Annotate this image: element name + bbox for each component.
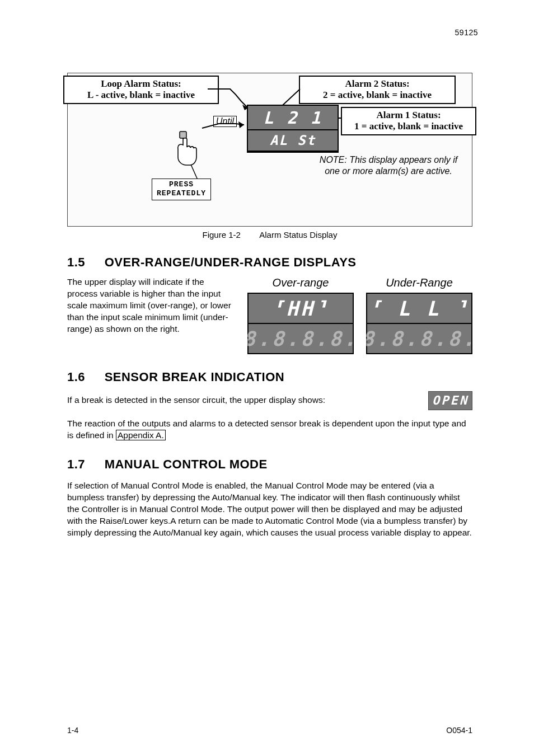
callout-loop-alarm-sub: L - active, blank = inactive <box>69 90 213 101</box>
callout-alarm2: Alarm 2 Status: 2 = active, blank = inac… <box>299 76 456 104</box>
over-range-dim: 8.8.8.8. <box>243 327 358 350</box>
figure-note: NOTE: This display appears only if one o… <box>318 154 458 177</box>
callout-alarm1: Alarm 1 Status: 1 = active, blank = inac… <box>341 107 476 135</box>
figure-number: Figure 1-2 <box>203 230 241 240</box>
figure-caption: Figure 1-2 Alarm Status Display <box>67 230 472 240</box>
section-1-7-num: 1.7 <box>67 457 101 472</box>
over-range-seg: ⸢HH⸣ <box>272 297 330 320</box>
svg-rect-4 <box>180 132 186 138</box>
section-1-7-title: MANUAL CONTROL MODE <box>105 457 268 471</box>
under-range-label: Under-Range <box>366 276 472 289</box>
over-range-label: Over-range <box>247 276 354 289</box>
section-1-6-heading: 1.6 SENSOR BREAK INDICATION <box>67 370 472 384</box>
section-1-5-content: The upper display will indicate if the p… <box>67 276 472 354</box>
appendix-a-link[interactable]: Appendix A. <box>116 430 166 440</box>
lcd-top-row: L 2 1 <box>248 106 338 130</box>
section-1-6-line1-row: If a break is detected in the sensor cir… <box>67 391 472 410</box>
section-1-6-num: 1.6 <box>67 370 101 384</box>
callout-alarm2-title: Alarm 2 Status: <box>345 78 409 89</box>
press-line1: PRESS <box>157 180 206 189</box>
press-repeatedly-label: PRESS REPEATEDLY <box>152 179 211 200</box>
lcd-bottom-value: AL St <box>270 133 316 148</box>
connector-loop <box>208 89 252 111</box>
section-1-6-line1: If a break is detected in the sensor cir… <box>67 395 325 406</box>
footer-page-number: 1-4 <box>67 726 78 735</box>
section-1-7-body: If selection of Manual Control Mode is e… <box>67 480 472 539</box>
over-range-column: Over-range ⸢HH⸣ 8.8.8.8. <box>247 276 354 354</box>
section-1-5-heading: 1.5 OVER-RANGE/UNDER-RANGE DISPLAYS <box>67 255 472 270</box>
connector-hand <box>202 128 247 179</box>
figure-1-2: Loop Alarm Status: L - active, blank = i… <box>67 73 472 227</box>
section-1-6-title: SENSOR BREAK INDICATION <box>105 370 285 384</box>
press-line2: REPEATEDLY <box>157 189 206 198</box>
alarm-status-display: L 2 1 AL St <box>247 105 339 153</box>
section-1-7-heading: 1.7 MANUAL CONTROL MODE <box>67 457 472 472</box>
under-range-display: ⸢ L L ⸣ 8.8.8.8. <box>366 293 472 354</box>
callout-loop-alarm-title: Loop Alarm Status: <box>101 78 181 89</box>
under-range-dim: 8.8.8.8. <box>362 327 476 350</box>
lcd-top-value: L 2 1 <box>263 108 322 128</box>
footer-doc-code: O054-1 <box>446 726 472 735</box>
callout-loop-alarm: Loop Alarm Status: L - active, blank = i… <box>63 76 219 104</box>
page: 59125 Loop Alarm Status: L - active, bla… <box>0 0 534 756</box>
under-range-seg: ⸢ L L ⸣ <box>369 297 470 320</box>
section-1-5-title: OVER-RANGE/UNDER-RANGE DISPLAYS <box>105 255 357 269</box>
callout-alarm1-sub: 1 = active, blank = inactive <box>346 121 471 132</box>
section-1-6-line2: The reaction of the outputs and alarms t… <box>67 418 472 442</box>
open-seg: OPEN <box>432 393 469 407</box>
page-footer: 1-4 O054-1 <box>67 726 472 735</box>
until-label: Until <box>213 116 237 127</box>
hand-press-icon <box>170 130 203 170</box>
section-1-5-body: The upper display will indicate if the p… <box>67 276 235 335</box>
callout-alarm2-sub: 2 = active, blank = inactive <box>305 90 450 101</box>
lcd-bottom-row: AL St <box>248 130 338 152</box>
under-range-column: Under-Range ⸢ L L ⸣ 8.8.8.8. <box>366 276 472 354</box>
open-display: OPEN <box>428 391 472 410</box>
callout-alarm1-title: Alarm 1 Status: <box>376 110 441 120</box>
header-doc-number: 59125 <box>455 28 478 37</box>
figure-caption-text: Alarm Status Display <box>259 230 337 240</box>
svg-marker-5 <box>238 121 244 128</box>
section-1-5-num: 1.5 <box>67 255 101 270</box>
over-range-display: ⸢HH⸣ 8.8.8.8. <box>247 293 354 354</box>
